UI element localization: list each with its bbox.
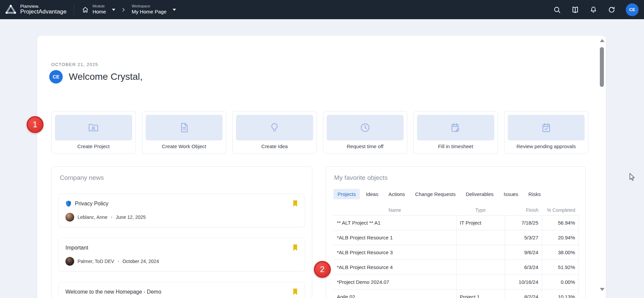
table-row[interactable]: *ALB Project Resource 1 5/3/27 20.94% [333,230,579,245]
request-time-off-card[interactable]: Request time off [323,111,408,154]
table-row[interactable]: ** ALT Project ** A1 IT Project 7/18/25 … [333,215,579,230]
create-project-card[interactable]: Create Project [51,111,136,154]
cell-name[interactable]: *ALB Project Resource 3 [333,245,456,260]
book-icon[interactable] [571,6,579,14]
cell-type: IT Project [456,215,505,230]
workspace-label: Workspace [131,4,166,9]
welcome-header: CE Welcome Crystal, [49,70,143,84]
bookmark-icon[interactable] [292,288,298,295]
news-item[interactable]: Welcome to the new Homepage - Demo [58,282,305,298]
cell-type: Project 1 [456,289,505,298]
table-row[interactable]: *ALB Project Resource 4 6/3/24 51.92% [333,260,579,274]
brand-line1: Planview. [20,4,66,9]
cell-finish: 10/16/24 [505,274,542,289]
review-pending-approvals-card[interactable]: Review pending approvals [504,111,589,154]
tab-change-requests[interactable]: Change Requests [411,189,460,199]
favorite-objects-panel: My favorite objects Projects Ideas Actio… [326,166,586,298]
column-header-finish[interactable]: Finish [505,205,542,215]
cell-name[interactable]: *Project Demo 2024.07 [333,274,456,289]
tab-projects[interactable]: Projects [333,189,360,199]
news-date: June 12, 2025 [116,214,146,220]
create-idea-label: Create Idea [233,143,317,149]
fill-in-timesheet-card[interactable]: Fill in timesheet [413,111,498,154]
create-work-object-tile [146,115,223,140]
bookmark-icon[interactable] [292,200,298,207]
table-row[interactable]: *Project Demo 2024.07 10/16/24 0.00% [333,274,579,289]
tab-ideas[interactable]: Ideas [362,189,382,199]
tab-deliverables[interactable]: Deliverables [462,189,498,199]
refresh-icon[interactable] [608,6,616,14]
annotation-badge-2: 2 [314,261,331,278]
favorite-projects-table: Name Type Finish % Completed ** ALT Proj… [333,205,579,298]
create-project-label: Create Project [52,143,136,149]
author-avatar [65,213,74,222]
clock-icon [359,122,371,133]
author-avatar [65,257,74,266]
module-dropdown-caret-icon[interactable] [112,9,115,11]
workspace-value: My Home Page [131,9,166,15]
workspace-breadcrumb[interactable]: Workspace My Home Page [131,4,176,15]
top-navigation-bar: Planview. ProjectAdvantage Module Home W… [0,0,644,19]
cell-name[interactable]: *ALB Project Resource 1 [333,230,456,245]
tab-risks[interactable]: Risks [524,189,545,199]
planview-brand[interactable]: Planview. ProjectAdvantage [0,4,66,15]
bookmark-icon[interactable] [292,244,298,251]
module-label: Module [92,4,106,9]
cell-completed: 0.00% [542,274,579,289]
news-item[interactable]: Important Palmer, ToD DEV • October 24, … [58,238,305,271]
cell-completed: 51.92% [542,260,579,274]
tab-actions[interactable]: Actions [384,189,409,199]
table-row[interactable]: *ALB Project Resource 3 9/6/24 38.00% [333,245,579,260]
cell-type [456,230,505,245]
cell-name[interactable]: Agile 02 [333,289,456,298]
create-idea-card[interactable]: Create Idea [232,111,317,154]
fill-in-timesheet-tile [417,115,494,140]
welcome-avatar: CE [49,70,63,84]
review-pending-approvals-label: Review pending approvals [504,143,588,149]
welcome-greeting: Welcome Crystal, [69,71,143,82]
create-work-object-label: Create Work Object [142,143,226,149]
cell-type [456,260,505,274]
brand-line2: ProjectAdvantage [20,9,66,15]
bell-icon[interactable] [589,6,597,14]
cell-name[interactable]: *ALB Project Resource 4 [333,260,456,274]
column-header-type[interactable]: Type [456,205,505,215]
brand-text: Planview. ProjectAdvantage [20,4,66,15]
column-header-completed[interactable]: % Completed [542,205,579,215]
scroll-up-arrow-icon[interactable] [600,39,605,42]
current-date: OCTOBER 21, 2025 [51,62,98,67]
scroll-down-arrow-icon[interactable] [600,288,605,291]
news-author: Palmer, ToD DEV [78,259,114,264]
search-icon[interactable] [553,6,561,14]
create-idea-tile [236,115,313,140]
user-avatar[interactable]: CE [626,3,639,16]
scrollbar-thumb[interactable] [600,47,604,87]
cell-finish: 8/2/24 [505,289,542,298]
workspace-dropdown-caret-icon[interactable] [173,9,176,11]
calendar-edit-icon [450,122,461,133]
annotation-badge-1: 1 [27,116,43,133]
shield-icon [65,200,71,207]
company-news-title: Company news [60,174,304,181]
cell-finish: 9/6/24 [505,245,542,260]
cell-type [456,274,505,289]
tab-issues[interactable]: Issues [500,189,522,199]
company-news-panel: Company news Privacy Policy Leblanc, Ann… [51,166,312,298]
cell-completed: 56.94% [542,215,579,230]
home-page-panel: OCTOBER 21, 2025 CE Welcome Crystal, Cre… [37,36,606,298]
lightbulb-icon [269,122,280,133]
request-time-off-tile [327,115,404,140]
cell-finish: 5/3/27 [505,230,542,245]
cell-name[interactable]: ** ALT Project ** A1 [333,215,456,230]
table-row[interactable]: Agile 02 Project 1 8/2/24 10.13% [333,289,579,298]
news-item[interactable]: Privacy Policy Leblanc, Anne • June 12, … [58,194,305,227]
vertical-scrollbar[interactable] [599,36,605,298]
column-header-name[interactable]: Name [333,205,456,215]
cell-type [456,245,505,260]
module-breadcrumb[interactable]: Module Home [82,4,115,15]
create-work-object-card[interactable]: Create Work Object [142,111,227,154]
review-pending-approvals-tile [508,115,585,140]
news-author: Leblanc, Anne [78,214,108,220]
topbar-divider [74,5,74,15]
request-time-off-label: Request time off [323,143,407,149]
